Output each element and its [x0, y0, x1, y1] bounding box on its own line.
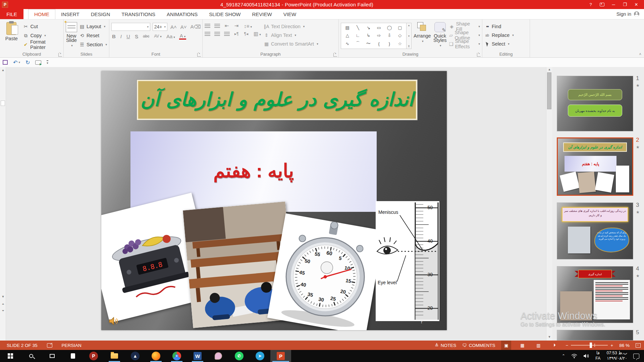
change-case-button[interactable]: Aa [166, 34, 176, 39]
paste-button[interactable]: Paste [2, 21, 21, 51]
clipboard-dialog-launcher[interactable] [58, 53, 62, 57]
tab-insert[interactable]: INSERT [55, 9, 85, 19]
tab-home[interactable]: HOME [28, 9, 55, 19]
volume-icon[interactable] [583, 354, 589, 358]
align-left-icon[interactable] [205, 32, 210, 36]
tab-slide-show[interactable]: SLIDE SHOW [203, 9, 246, 19]
audio-speaker-icon[interactable] [109, 317, 119, 325]
convert-smartart-button[interactable]: ▦Convert to SmartArt [264, 40, 318, 48]
thumbnail-slide-2[interactable]: اندازه گیری در علوم و ابزارهای آن پایه :… [557, 137, 633, 196]
thumbnail-slide-4[interactable]: اندازه گیری [557, 266, 633, 323]
start-button[interactable] [0, 350, 21, 362]
shape-arc-icon[interactable]: ⌒ [353, 39, 363, 48]
previous-slide-button[interactable]: ⏶ [0, 302, 6, 306]
editor-vertical-scrollbar[interactable]: ▲ ▼ ⏶ ⏷ [0, 67, 6, 341]
shape-fill-button[interactable]: ◈Shape Fill [449, 23, 480, 30]
line-spacing-button[interactable]: ↕≡ [243, 23, 253, 29]
start-from-beginning-button[interactable] [35, 60, 41, 65]
wifi-icon[interactable] [571, 354, 577, 358]
shape-outline-button[interactable]: ▱Shape Outline [449, 32, 480, 39]
next-slide-button[interactable]: ⏷ [0, 309, 6, 313]
taskbar-firefox[interactable] [146, 350, 166, 362]
replace-button[interactable]: abReplace [484, 32, 514, 39]
find-button[interactable]: Find [484, 23, 514, 30]
close-button[interactable]: ✕ [631, 1, 641, 8]
taskbar-calculator[interactable] [62, 350, 83, 362]
minimize-button[interactable]: ─ [608, 1, 619, 8]
quick-styles-button[interactable]: Quick Styles [433, 21, 447, 51]
zoom-in-button[interactable]: + [610, 343, 613, 348]
align-text-button[interactable]: ⇕Align Text [264, 32, 318, 39]
shape-curve-icon[interactable]: 〜 [363, 39, 374, 48]
reset-button[interactable]: ⟲Reset [79, 32, 107, 39]
thumbs-scroll-thumb[interactable] [547, 72, 551, 109]
normal-view-button[interactable]: ▣ [501, 341, 511, 350]
language-switcher[interactable]: فا FA [595, 351, 600, 361]
bold-button[interactable]: B [111, 34, 116, 39]
shape-right-arrow-icon[interactable]: ⇨ [374, 32, 384, 39]
scroll-thumb[interactable] [1, 101, 5, 106]
clear-formatting-button[interactable]: A⌫ [190, 24, 202, 30]
ltr-direction-button[interactable]: ▸¶ [234, 32, 239, 36]
save-button[interactable] [3, 60, 8, 65]
tab-file[interactable]: FILE [0, 9, 23, 19]
taskbar-telegram[interactable]: ➤ [250, 350, 270, 362]
scroll-down-arrow[interactable]: ▼ [0, 295, 6, 298]
collapse-ribbon-button[interactable]: ˄ [639, 52, 641, 56]
shape-rectangle-icon[interactable]: ▭ [374, 24, 384, 32]
comments-button[interactable]: 🗨COMMENTS [462, 343, 495, 348]
numbering-icon[interactable] [214, 24, 220, 28]
shape-arrow-icon[interactable]: ↘ [363, 24, 374, 32]
zoom-percentage[interactable]: 86 % [619, 343, 630, 348]
notes-button[interactable]: ≜NOTES [435, 343, 456, 348]
thumbnail-slide-5[interactable] [557, 330, 633, 341]
taskbar-powerpoint[interactable]: P [270, 350, 291, 362]
thumbs-scroll-up[interactable]: ▲ [546, 68, 552, 71]
columns-button[interactable]: ▥ [253, 31, 262, 37]
thumbnails-scrollbar[interactable]: ▲ ▼ [546, 67, 552, 341]
language-indicator[interactable]: PERSIAN [62, 343, 82, 348]
increase-indent-button[interactable]: ⇥ [234, 23, 239, 29]
bullets-icon[interactable] [205, 24, 210, 28]
taskbar-chrome[interactable] [166, 350, 187, 362]
align-right-icon[interactable] [224, 32, 230, 36]
redo-button[interactable]: ↻ [25, 59, 30, 66]
taskbar-vpn-app[interactable]: ▲ [125, 350, 146, 362]
taskbar-file-explorer[interactable] [104, 350, 125, 362]
ribbon-display-options-button[interactable] [597, 1, 607, 8]
shape-left-brace-icon[interactable]: { [374, 39, 384, 48]
shape-rounded-rectangle-icon[interactable]: ▢ [395, 24, 405, 32]
clock[interactable]: 07:53 ب.ظ ۱۳۹۹/۰۸/۲۰ [606, 351, 627, 361]
paragraph-dialog-launcher[interactable] [333, 53, 337, 57]
shape-right-brace-icon[interactable]: } [384, 39, 394, 48]
restore-button[interactable]: ❐ [620, 1, 630, 8]
slideshow-view-button[interactable]: ⏵ [549, 341, 559, 350]
new-slide-button[interactable]: New Slide [66, 21, 77, 51]
photo-stopwatch[interactable]: 60 5 10 15 20 25 30 35 40 45 50 55 [267, 214, 384, 330]
thumbnail-slide-3[interactable]: در زندگی روزانه،اغلب با اندازه گیری های … [557, 202, 633, 259]
font-name-combo[interactable]: ▾ [111, 23, 150, 31]
customize-qat-button[interactable]: ▾ [47, 60, 48, 65]
thumbs-scroll-down[interactable]: ▼ [546, 335, 552, 339]
scroll-up-arrow[interactable]: ▲ [0, 68, 6, 72]
taskbar-word[interactable]: W [187, 350, 208, 362]
task-view-button[interactable] [42, 350, 62, 362]
slide-canvas[interactable]: اندازه گیری در علوم و ابزارهای آن پایه :… [101, 71, 447, 330]
slide-sorter-view-button[interactable]: ▦ [517, 341, 527, 350]
shape-effects-button[interactable]: ❑Shape Effects [449, 40, 480, 48]
font-size-combo[interactable]: 24+▾ [153, 23, 167, 31]
taskbar-psiphon[interactable]: P [83, 350, 104, 362]
shape-triangle-icon[interactable]: △ [342, 32, 353, 39]
tab-animations[interactable]: ANIMATIONS [161, 9, 203, 19]
underline-button[interactable]: U [126, 34, 131, 39]
layout-button[interactable]: ▤Layout [79, 23, 107, 30]
shapes-gallery-scrollbar[interactable]: ▴▾⊼ [407, 23, 412, 49]
sign-in[interactable]: Sign in [616, 9, 639, 19]
taskbar-search-button[interactable] [21, 350, 42, 362]
fit-slide-to-window-button[interactable] [636, 343, 641, 348]
font-color-button[interactable]: A [179, 33, 186, 40]
rtl-direction-button[interactable]: ¶◂ [243, 32, 249, 36]
shrink-font-button[interactable]: A˅ [180, 24, 187, 30]
zoom-slider-handle[interactable] [590, 343, 592, 348]
text-direction-button[interactable]: ∥AText Direction [264, 23, 318, 30]
